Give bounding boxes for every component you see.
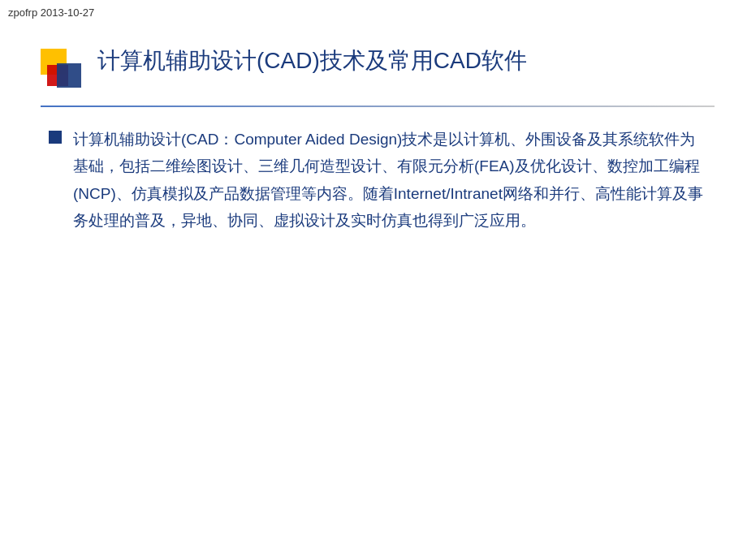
bullet-item-1: 计算机辅助设计(CAD：Computer Aided Design)技术是以计算… (49, 126, 706, 234)
slide-title: 计算机辅助设计(CAD)技术及常用CAD软件 (97, 45, 715, 76)
bullet-text-1: 计算机辅助设计(CAD：Computer Aided Design)技术是以计算… (73, 126, 706, 234)
logo-decoration (41, 49, 89, 97)
svg-rect-2 (57, 63, 81, 88)
watermark-text: zpofrp 2013-10-27 (8, 6, 94, 19)
content-section: 计算机辅助设计(CAD：Computer Aided Design)技术是以计算… (49, 126, 706, 234)
slide-title-section: 计算机辅助设计(CAD)技术及常用CAD软件 (97, 45, 715, 76)
bullet-marker (49, 131, 62, 144)
title-divider (41, 106, 715, 107)
